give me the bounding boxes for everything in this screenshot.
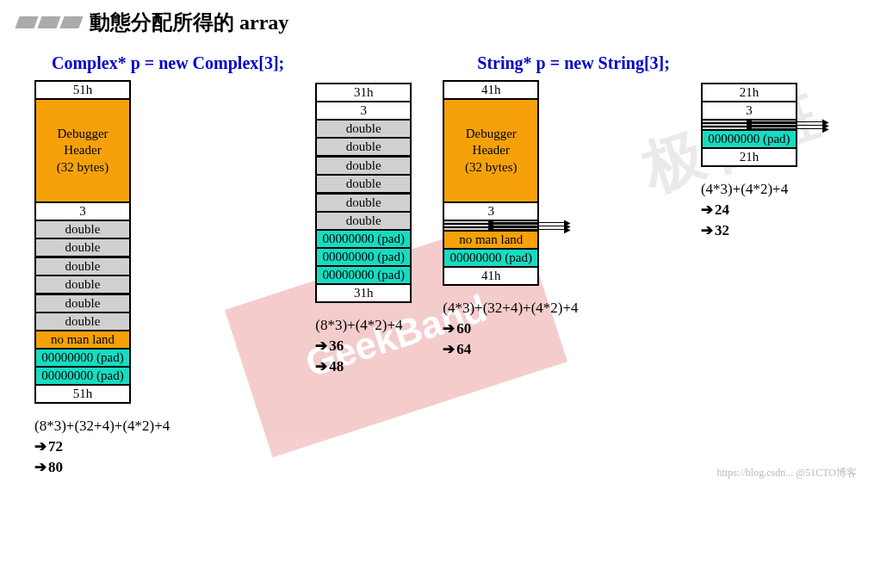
cell-debugger-header: Debugger Header (32 bytes) bbox=[35, 99, 130, 202]
cell: 00000000 (pad) bbox=[316, 266, 411, 284]
cell: double bbox=[35, 257, 130, 275]
cell: double bbox=[316, 193, 411, 212]
cell-debugger-header: Debugger Header (32 bytes) bbox=[443, 99, 538, 202]
cell: 51h bbox=[35, 385, 130, 403]
cell: no man land bbox=[443, 231, 538, 249]
cell: 3 bbox=[702, 102, 797, 120]
memory-block-4: 21h 3 ▶ ▶ ▶ 00000000 (pad) 21h bbox=[701, 83, 797, 167]
title-row: 動態分配所得的 array bbox=[17, 9, 857, 36]
cell: double bbox=[316, 120, 411, 138]
cell: 41h bbox=[443, 81, 538, 99]
col-string-release: 21h 3 ▶ ▶ ▶ 00000000 (pad) 21h (4*3)+(4*… bbox=[701, 83, 797, 240]
cell: double bbox=[316, 138, 411, 156]
decor-bars bbox=[17, 16, 81, 28]
cell: 00000000 (pad) bbox=[443, 249, 538, 267]
memory-block-3: 41h Debugger Header (32 bytes) 3 ▶ ▶ ▶ n… bbox=[443, 80, 539, 286]
footer-attribution: https://blog.csdn... @51CTO博客 bbox=[716, 466, 857, 480]
cell: 51h bbox=[35, 81, 130, 99]
col-complex-release: 31h 3 double double double double double… bbox=[315, 83, 412, 376]
calc-2: (8*3)+(4*2)+4 36 48 bbox=[315, 315, 402, 376]
col-complex-debug: Complex* p = new Complex[3]; 51h Debugge… bbox=[34, 53, 284, 477]
cell-pointer: ▶ bbox=[443, 227, 538, 231]
memory-block-1: 51h Debugger Header (32 bytes) 3 double … bbox=[34, 80, 131, 404]
cell: double bbox=[35, 313, 130, 331]
cell: 3 bbox=[443, 202, 538, 220]
cell: double bbox=[316, 175, 411, 193]
cell: 3 bbox=[316, 102, 411, 120]
cell: double bbox=[35, 238, 130, 257]
cell: 00000000 (pad) bbox=[35, 349, 130, 367]
cell: 00000000 (pad) bbox=[316, 248, 411, 266]
calc-4: (4*3)+(4*2)+4 24 32 bbox=[701, 179, 788, 240]
decl-string: String* p = new String[3]; bbox=[477, 53, 670, 73]
col-string-debug: String* p = new String[3]; 41h Debugger … bbox=[443, 53, 670, 359]
cell: double bbox=[35, 220, 130, 238]
cell: no man land bbox=[35, 331, 130, 349]
cell: 00000000 (pad) bbox=[702, 130, 797, 148]
decl-complex: Complex* p = new Complex[3]; bbox=[52, 53, 284, 73]
cell: 41h bbox=[443, 267, 538, 285]
cell: double bbox=[316, 156, 411, 175]
cell: double bbox=[316, 212, 411, 230]
cell: 3 bbox=[35, 202, 130, 220]
cell: 21h bbox=[702, 148, 797, 166]
calc-1: (8*3)+(32+4)+(4*2)+4 72 80 bbox=[34, 416, 170, 477]
cell: double bbox=[35, 294, 130, 313]
cell: 31h bbox=[316, 284, 411, 302]
cell: 00000000 (pad) bbox=[35, 367, 130, 385]
cell-pointer: ▶ bbox=[702, 127, 797, 130]
page-title: 動態分配所得的 array bbox=[90, 9, 288, 36]
cell: 31h bbox=[316, 84, 411, 102]
cell: 21h bbox=[702, 84, 797, 102]
cell: double bbox=[35, 275, 130, 294]
calc-3: (4*3)+(32+4)+(4*2)+4 60 64 bbox=[443, 298, 578, 359]
cell: 00000000 (pad) bbox=[316, 230, 411, 248]
columns: Complex* p = new Complex[3]; 51h Debugge… bbox=[17, 53, 857, 477]
memory-block-2: 31h 3 double double double double double… bbox=[315, 83, 412, 303]
